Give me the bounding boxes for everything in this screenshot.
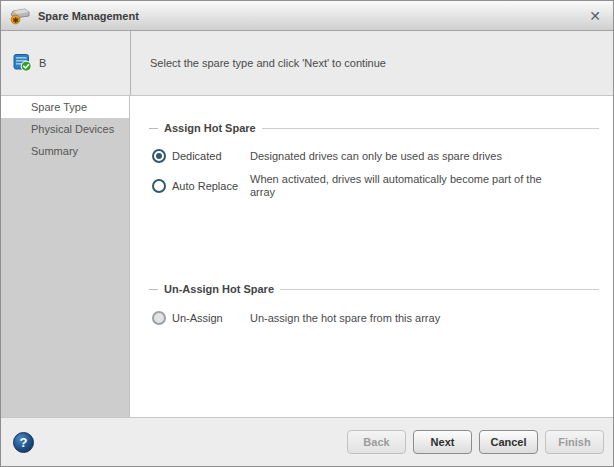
wizard-header: B Select the spare type and click 'Next'… xyxy=(1,31,613,96)
dialog-footer: ? Back Next Cancel Finish xyxy=(1,417,613,466)
unassign-radio[interactable] xyxy=(152,311,166,325)
radio-option-unassign: Un-Assign Un-assign the hot spare from t… xyxy=(152,311,599,325)
window-title: Spare Management xyxy=(38,10,585,22)
spare-type-panel: Assign Hot Spare Dedicated Designated dr… xyxy=(130,96,613,417)
svg-text:✱: ✱ xyxy=(12,15,19,24)
radio-option-dedicated: Dedicated Designated drives can only be … xyxy=(152,149,599,163)
device-cell: B xyxy=(1,31,131,95)
device-name: B xyxy=(39,57,46,69)
radio-description: Designated drives can only be used as sp… xyxy=(250,150,502,163)
logical-device-icon xyxy=(13,53,32,74)
title-bar: ✱ Spare Management ✕ xyxy=(1,1,613,31)
step-label: Physical Devices xyxy=(31,123,114,135)
next-button[interactable]: Next xyxy=(413,430,472,454)
wizard-instruction: Select the spare type and click 'Next' t… xyxy=(150,57,386,69)
finish-button[interactable]: Finish xyxy=(545,430,604,454)
spare-management-dialog: ✱ Spare Management ✕ B Select the spare … xyxy=(0,0,614,467)
wizard-steps-sidebar: Spare Type Physical Devices Summary xyxy=(1,96,130,417)
radio-option-auto-replace: Auto Replace When activated, drives will… xyxy=(152,173,599,199)
sidebar-item-spare-type[interactable]: Spare Type xyxy=(1,96,129,118)
radio-label[interactable]: Un-Assign xyxy=(172,312,223,324)
auto-replace-radio[interactable] xyxy=(152,179,166,193)
unassign-hot-spare-section-header: Un-Assign Hot Spare xyxy=(149,283,599,295)
sidebar-item-physical-devices[interactable]: Physical Devices xyxy=(1,118,129,140)
back-button[interactable]: Back xyxy=(347,430,406,454)
section-title: Assign Hot Spare xyxy=(164,122,256,134)
sidebar-item-summary[interactable]: Summary xyxy=(1,140,129,162)
hard-drive-icon: ✱ xyxy=(9,7,31,25)
radio-label[interactable]: Auto Replace xyxy=(172,180,238,192)
close-icon[interactable]: ✕ xyxy=(585,9,605,23)
radio-description: When activated, drives will automaticall… xyxy=(250,173,568,199)
step-label: Summary xyxy=(31,145,78,157)
radio-description: Un-assign the hot spare from this array xyxy=(250,312,440,325)
dedicated-radio[interactable] xyxy=(152,149,166,163)
radio-label[interactable]: Dedicated xyxy=(172,150,222,162)
help-icon[interactable]: ? xyxy=(13,432,34,453)
cancel-button[interactable]: Cancel xyxy=(479,430,538,454)
step-label: Spare Type xyxy=(31,101,87,113)
section-title: Un-Assign Hot Spare xyxy=(164,283,274,295)
assign-hot-spare-section-header: Assign Hot Spare xyxy=(149,122,599,134)
